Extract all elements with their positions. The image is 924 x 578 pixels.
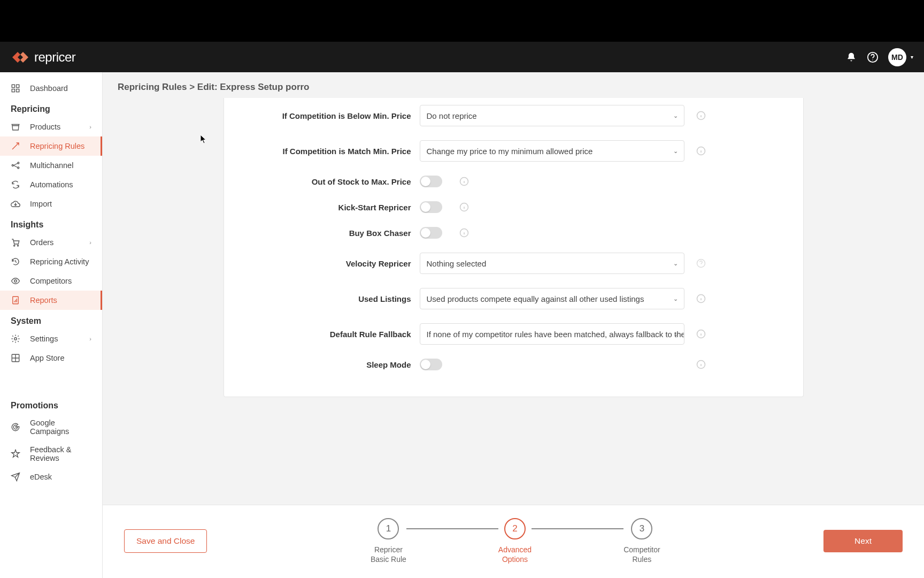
- label-match-min: If Competition is Match Min. Price: [245, 147, 411, 156]
- help-icon[interactable]: [867, 51, 879, 63]
- info-icon[interactable]: [459, 202, 469, 212]
- sidebar-item-feedback-reviews[interactable]: Feedback & Reviews: [0, 440, 102, 467]
- sidebar-item-label: Products: [30, 123, 60, 131]
- chevron-right-icon: ›: [89, 239, 91, 246]
- sidebar-item-label: Repricing Activity: [30, 257, 89, 266]
- competitors-icon: [11, 276, 20, 286]
- star-icon: [11, 449, 20, 459]
- label-out-of-stock: Out of Stock to Max. Price: [245, 177, 411, 186]
- info-icon[interactable]: [696, 360, 706, 369]
- avatar-chevron-icon[interactable]: ▾: [911, 54, 913, 60]
- toggle-out-of-stock[interactable]: [420, 176, 442, 187]
- info-icon[interactable]: [696, 111, 706, 120]
- info-icon[interactable]: [696, 329, 706, 339]
- edesk-icon: [11, 472, 20, 482]
- help-hint-icon[interactable]: [696, 258, 706, 268]
- form-card: If Competition is Below Min. Price Do no…: [224, 98, 804, 397]
- dashboard-icon: [11, 83, 20, 93]
- select-used-listings[interactable]: Used products compete equally against al…: [420, 288, 684, 309]
- info-icon[interactable]: [696, 146, 706, 156]
- step-number: 2: [504, 518, 526, 539]
- label-kick-start: Kick-Start Repricer: [245, 203, 411, 212]
- logo[interactable]: repricer: [11, 50, 75, 65]
- breadcrumb: Repricing Rules > Edit: Express Setup po…: [103, 72, 924, 98]
- sidebar-item-label: Settings: [30, 334, 58, 343]
- chevron-right-icon: ›: [89, 336, 91, 342]
- label-below-min: If Competition is Below Min. Price: [245, 111, 411, 120]
- multichannel-icon: [11, 161, 20, 170]
- stepper: 1 Repricer Basic Rule 2 Advanced Options…: [371, 518, 660, 564]
- svg-point-13: [14, 338, 17, 340]
- sidebar-item-label: Import: [30, 200, 52, 208]
- svg-point-9: [14, 245, 15, 246]
- footer: Save and Close 1 Repricer Basic Rule 2 A…: [103, 505, 924, 578]
- google-icon: [11, 422, 20, 432]
- select-velocity[interactable]: Nothing selected: [420, 253, 684, 274]
- select-value: Nothing selected: [427, 259, 487, 268]
- label-fallback: Default Rule Fallback: [245, 330, 411, 339]
- logo-text: repricer: [34, 50, 75, 65]
- sidebar-item-edesk[interactable]: eDesk: [0, 467, 102, 486]
- info-icon[interactable]: [459, 228, 469, 238]
- select-value: Change my price to my minimum allowed pr…: [427, 147, 593, 156]
- reports-icon: [11, 295, 20, 305]
- step-1[interactable]: 1 Repricer Basic Rule: [371, 518, 406, 564]
- sidebar-item-settings[interactable]: Settings ›: [0, 329, 102, 348]
- next-button[interactable]: Next: [823, 530, 903, 552]
- sidebar-item-label: Repricing Rules: [30, 142, 84, 150]
- automations-icon: [11, 180, 20, 189]
- select-below-min[interactable]: Do not reprice: [420, 105, 684, 126]
- app-store-icon: [11, 353, 20, 363]
- select-match-min[interactable]: Change my price to my minimum allowed pr…: [420, 140, 684, 162]
- sidebar-item-competitors[interactable]: Competitors: [0, 271, 102, 291]
- sidebar-item-label: Orders: [30, 238, 53, 247]
- sidebar-item-label: Dashboard: [30, 84, 68, 93]
- svg-point-8: [18, 167, 19, 169]
- svg-point-6: [12, 165, 13, 166]
- select-value: If none of my competitor rules have been…: [427, 330, 684, 339]
- sidebar-item-google-campaigns[interactable]: Google Campaigns: [0, 414, 102, 440]
- sidebar-item-repricing-activity[interactable]: Repricing Activity: [0, 252, 102, 271]
- svg-rect-3: [17, 85, 19, 87]
- step-3[interactable]: 3 Competitor Rules: [623, 518, 660, 564]
- step-connector: [406, 528, 498, 529]
- label-sleep-mode: Sleep Mode: [245, 360, 411, 369]
- sidebar-item-label: eDesk: [30, 473, 52, 481]
- chevron-right-icon: ›: [89, 124, 91, 130]
- sidebar-section-system: System: [0, 310, 102, 329]
- select-fallback[interactable]: If none of my competitor rules have been…: [420, 323, 684, 345]
- info-icon[interactable]: [459, 177, 469, 186]
- sidebar-item-app-store[interactable]: App Store: [0, 348, 102, 368]
- sidebar-item-products[interactable]: Products ›: [0, 117, 102, 136]
- step-label: Repricer Basic Rule: [371, 545, 406, 564]
- label-used-listings: Used Listings: [245, 294, 411, 303]
- save-and-close-button[interactable]: Save and Close: [124, 529, 207, 553]
- svg-rect-2: [12, 85, 14, 87]
- toggle-buy-box[interactable]: [420, 227, 442, 239]
- toggle-kick-start[interactable]: [420, 201, 442, 213]
- label-buy-box: Buy Box Chaser: [245, 229, 411, 238]
- app-header: repricer MD ▾: [0, 42, 924, 72]
- notifications-icon[interactable]: [845, 51, 857, 63]
- sidebar-item-orders[interactable]: Orders ›: [0, 233, 102, 252]
- settings-icon: [11, 334, 20, 344]
- sidebar-item-label: Google Campaigns: [30, 419, 91, 436]
- info-icon[interactable]: [696, 294, 706, 303]
- sidebar-item-dashboard[interactable]: Dashboard: [0, 79, 102, 98]
- toggle-sleep-mode[interactable]: [420, 359, 442, 370]
- sidebar-item-multichannel[interactable]: Multichannel: [0, 156, 102, 175]
- sidebar-item-automations[interactable]: Automations: [0, 175, 102, 194]
- sidebar-item-repricing-rules[interactable]: Repricing Rules: [0, 136, 102, 156]
- sidebar-item-label: Reports: [30, 296, 57, 305]
- sidebar-item-import[interactable]: Import: [0, 194, 102, 214]
- sidebar-item-reports[interactable]: Reports: [0, 291, 102, 310]
- svg-point-7: [18, 162, 19, 164]
- avatar[interactable]: MD: [888, 48, 906, 66]
- browser-chrome-bar: [0, 0, 924, 42]
- sidebar: Dashboard Repricing Products › Repricing…: [0, 72, 103, 578]
- svg-point-11: [14, 280, 17, 283]
- logo-icon: [11, 50, 30, 64]
- step-2[interactable]: 2 Advanced Options: [498, 518, 532, 564]
- svg-rect-5: [17, 89, 19, 92]
- sidebar-item-label: Feedback & Reviews: [30, 445, 91, 462]
